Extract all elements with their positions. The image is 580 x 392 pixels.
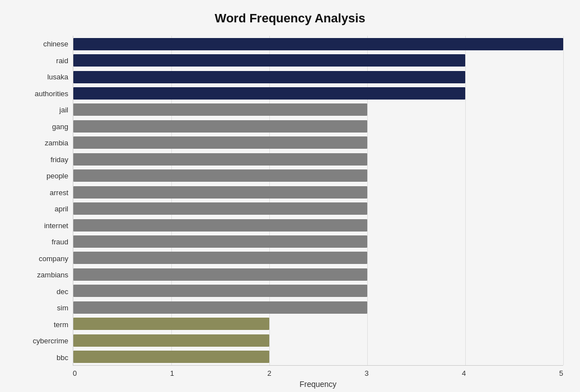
grid-line — [367, 36, 368, 365]
bar — [73, 38, 563, 50]
bar-row — [73, 53, 563, 68]
x-tick: 3 — [364, 369, 368, 377]
bar — [73, 169, 367, 182]
bar-row — [73, 234, 563, 249]
chart-area: chineseraidlusakaauthoritiesjailgangzamb… — [17, 36, 563, 366]
y-label: internet — [44, 218, 68, 233]
x-tick: 5 — [559, 369, 563, 377]
y-label: zambians — [37, 268, 68, 282]
chart-container: Word Frequency Analysis chineseraidlusak… — [0, 0, 580, 392]
bar-row — [73, 70, 563, 84]
y-label: bbc — [57, 350, 68, 365]
bar-row — [73, 333, 563, 348]
y-label: gang — [52, 119, 68, 134]
y-label: arrest — [50, 185, 68, 200]
chart-title: Word Frequency Analysis — [17, 11, 563, 26]
y-label: fraud — [52, 235, 68, 249]
grid-line — [563, 36, 564, 365]
y-label: raid — [56, 53, 68, 68]
y-label: cybercrime — [32, 334, 68, 348]
bar-row — [73, 119, 563, 134]
x-tick: 0 — [73, 369, 77, 377]
bars-area — [73, 36, 563, 366]
x-axis-label: Frequency — [73, 380, 563, 389]
x-tick: 2 — [268, 369, 272, 377]
bar — [73, 252, 367, 264]
bar-row — [73, 267, 563, 282]
y-label: term — [54, 317, 68, 332]
bar-row — [73, 284, 563, 298]
y-label: zambia — [45, 136, 68, 150]
grid-line — [465, 36, 466, 365]
bar-row — [73, 152, 563, 167]
bar-row — [73, 300, 563, 315]
bar-row — [73, 86, 563, 101]
y-label: chinese — [43, 37, 68, 51]
y-label: jail — [59, 103, 68, 117]
bar-row — [73, 37, 563, 51]
bar — [73, 285, 367, 297]
bar-row — [73, 201, 563, 216]
bar — [73, 351, 269, 363]
y-label: dec — [57, 284, 68, 299]
bar — [73, 186, 367, 199]
y-label: authorities — [35, 86, 68, 101]
y-label: lusaka — [47, 70, 68, 84]
grid-line — [171, 36, 172, 365]
grid-line — [269, 36, 270, 365]
bar — [73, 202, 367, 215]
x-tick: 4 — [462, 369, 466, 377]
bar — [73, 136, 367, 149]
bar-row — [73, 168, 563, 183]
y-label: people — [46, 169, 68, 183]
y-label: april — [54, 202, 68, 216]
bar — [73, 153, 367, 166]
bar — [73, 318, 269, 330]
bar-row — [73, 135, 563, 150]
y-label: company — [39, 251, 68, 266]
bar — [73, 54, 465, 67]
bar — [73, 301, 367, 314]
bar-row — [73, 317, 563, 331]
bar-row — [73, 218, 563, 233]
x-tick: 1 — [170, 369, 174, 377]
bar — [73, 219, 367, 232]
bar — [73, 334, 269, 347]
bar — [73, 71, 465, 83]
bar — [73, 103, 367, 116]
bar-row — [73, 350, 563, 364]
bar-row — [73, 185, 563, 200]
bar — [73, 120, 367, 133]
y-label: sim — [57, 301, 68, 315]
bar-row — [73, 102, 563, 117]
x-axis: 012345 — [73, 369, 563, 377]
y-axis-labels: chineseraidlusakaauthoritiesjailgangzamb… — [17, 36, 73, 366]
bar — [73, 268, 367, 281]
bar — [73, 87, 465, 100]
y-label: friday — [50, 152, 68, 167]
bar-row — [73, 251, 563, 265]
bar — [73, 235, 367, 248]
